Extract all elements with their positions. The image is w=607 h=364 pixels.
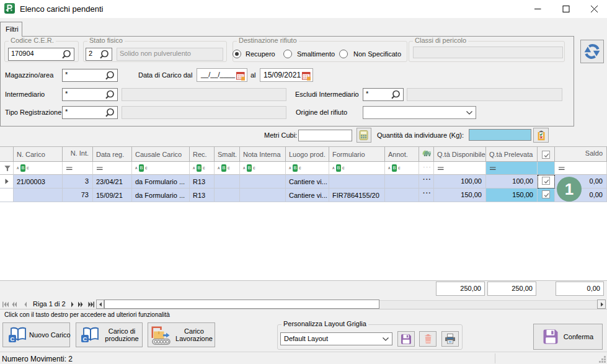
svg-text:C: C bbox=[83, 335, 87, 342]
svg-text:C: C bbox=[11, 335, 15, 342]
